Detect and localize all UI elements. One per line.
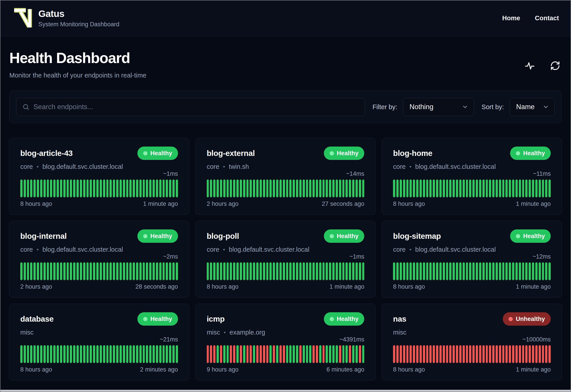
status-bar[interactable] <box>472 262 475 280</box>
status-bar[interactable] <box>223 345 225 363</box>
status-bar[interactable] <box>143 180 145 197</box>
status-bar[interactable] <box>420 262 422 280</box>
status-bar[interactable] <box>476 262 478 280</box>
status-bar[interactable] <box>233 262 235 280</box>
status-bar[interactable] <box>452 262 455 280</box>
endpoint-card[interactable]: blog-poll Healthy core • blog.default.sv… <box>195 221 376 298</box>
status-bar[interactable] <box>489 180 491 197</box>
status-bar[interactable] <box>129 345 132 363</box>
status-bar[interactable] <box>166 345 168 363</box>
status-bar[interactable] <box>446 262 448 280</box>
status-bar[interactable] <box>406 180 409 197</box>
status-bar[interactable] <box>393 262 395 280</box>
status-bar[interactable] <box>207 180 209 197</box>
status-bar[interactable] <box>227 345 229 363</box>
status-bar[interactable] <box>156 180 158 197</box>
status-bar[interactable] <box>113 345 115 363</box>
sort-select[interactable]: Name <box>510 98 555 116</box>
status-bar[interactable] <box>143 345 145 363</box>
status-bar[interactable] <box>273 345 275 363</box>
uptime-bars[interactable] <box>20 262 178 280</box>
status-bar[interactable] <box>236 345 239 363</box>
status-bar[interactable] <box>346 345 348 363</box>
uptime-bars[interactable] <box>207 262 364 280</box>
status-bar[interactable] <box>456 262 458 280</box>
status-bar[interactable] <box>213 345 215 363</box>
status-bar[interactable] <box>319 180 321 197</box>
status-bar[interactable] <box>263 262 265 280</box>
status-bar[interactable] <box>326 345 328 363</box>
status-bar[interactable] <box>57 345 59 363</box>
status-bar[interactable] <box>519 262 521 280</box>
status-bar[interactable] <box>120 180 122 197</box>
status-bar[interactable] <box>87 345 89 363</box>
status-bar[interactable] <box>336 180 338 197</box>
status-bar[interactable] <box>217 262 219 280</box>
uptime-bars[interactable] <box>393 345 551 363</box>
status-bar[interactable] <box>463 180 465 197</box>
status-bar[interactable] <box>439 345 442 363</box>
status-bar[interactable] <box>286 180 288 197</box>
status-bar[interactable] <box>260 345 262 363</box>
status-bar[interactable] <box>289 345 291 363</box>
status-bar[interactable] <box>393 180 395 197</box>
status-bar[interactable] <box>449 180 451 197</box>
status-bar[interactable] <box>499 180 501 197</box>
status-bar[interactable] <box>133 262 135 280</box>
uptime-bars[interactable] <box>393 180 551 197</box>
status-bar[interactable] <box>452 345 455 363</box>
status-bar[interactable] <box>100 345 102 363</box>
status-bar[interactable] <box>270 180 272 197</box>
status-bar[interactable] <box>489 262 491 280</box>
status-bar[interactable] <box>80 262 82 280</box>
status-bar[interactable] <box>93 180 95 197</box>
status-bar[interactable] <box>67 180 69 197</box>
status-bar[interactable] <box>529 180 531 197</box>
status-bar[interactable] <box>123 262 125 280</box>
status-bar[interactable] <box>103 345 105 363</box>
status-bar[interactable] <box>472 345 475 363</box>
status-bar[interactable] <box>139 262 142 280</box>
status-bar[interactable] <box>126 262 128 280</box>
status-bar[interactable] <box>24 262 26 280</box>
status-bar[interactable] <box>156 262 158 280</box>
status-bar[interactable] <box>103 180 105 197</box>
status-bar[interactable] <box>512 345 514 363</box>
status-bar[interactable] <box>482 180 485 197</box>
status-bar[interactable] <box>316 180 318 197</box>
status-bar[interactable] <box>133 345 135 363</box>
status-bar[interactable] <box>545 345 547 363</box>
status-bar[interactable] <box>136 345 138 363</box>
status-bar[interactable] <box>349 262 351 280</box>
status-bar[interactable] <box>207 345 209 363</box>
status-bar[interactable] <box>452 180 455 197</box>
status-bar[interactable] <box>146 262 148 280</box>
status-bar[interactable] <box>60 345 62 363</box>
status-bar[interactable] <box>103 262 105 280</box>
status-bar[interactable] <box>70 262 72 280</box>
status-bar[interactable] <box>548 262 551 280</box>
status-bar[interactable] <box>293 180 295 197</box>
status-bar[interactable] <box>172 262 175 280</box>
status-bar[interactable] <box>403 180 405 197</box>
uptime-bars[interactable] <box>20 180 178 197</box>
status-bar[interactable] <box>230 345 232 363</box>
status-bar[interactable] <box>120 345 122 363</box>
status-bar[interactable] <box>283 180 285 197</box>
endpoint-card[interactable]: blog-home Healthy core • blog.default.sv… <box>382 138 562 215</box>
status-bar[interactable] <box>509 262 511 280</box>
status-bar[interactable] <box>80 345 82 363</box>
status-bar[interactable] <box>243 262 245 280</box>
status-bar[interactable] <box>149 180 151 197</box>
status-bar[interactable] <box>263 180 265 197</box>
status-bar[interactable] <box>525 345 527 363</box>
status-bar[interactable] <box>502 262 505 280</box>
status-bar[interactable] <box>227 262 229 280</box>
status-bar[interactable] <box>116 262 119 280</box>
status-bar[interactable] <box>433 180 435 197</box>
status-bar[interactable] <box>336 262 338 280</box>
status-bar[interactable] <box>236 262 239 280</box>
status-bar[interactable] <box>496 180 498 197</box>
status-bar[interactable] <box>123 180 125 197</box>
status-bar[interactable] <box>109 262 112 280</box>
